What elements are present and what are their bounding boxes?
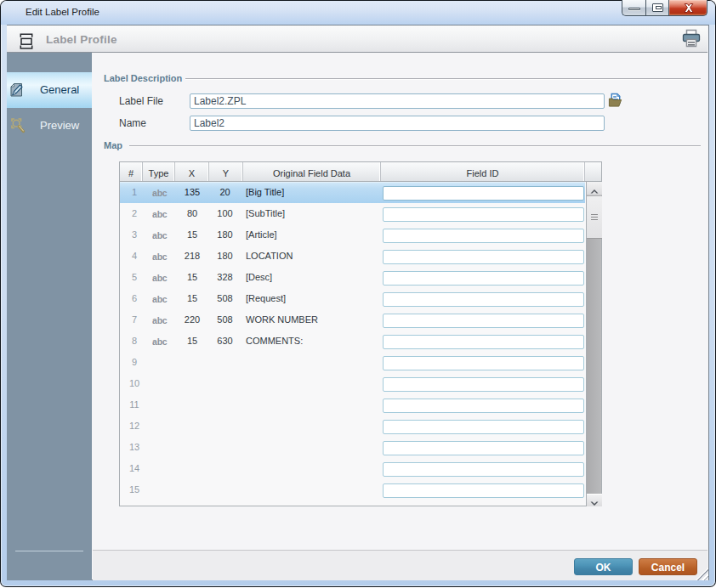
svg-text:abc: abc [152,294,168,304]
svg-text:abc: abc [152,188,168,198]
svg-text:abc: abc [152,273,168,283]
svg-text:abc: abc [152,230,168,240]
svg-text:abc: abc [152,252,168,262]
svg-text:abc: abc [152,209,168,219]
svg-text:abc: abc [152,315,168,325]
svg-text:abc: abc [152,336,168,347]
